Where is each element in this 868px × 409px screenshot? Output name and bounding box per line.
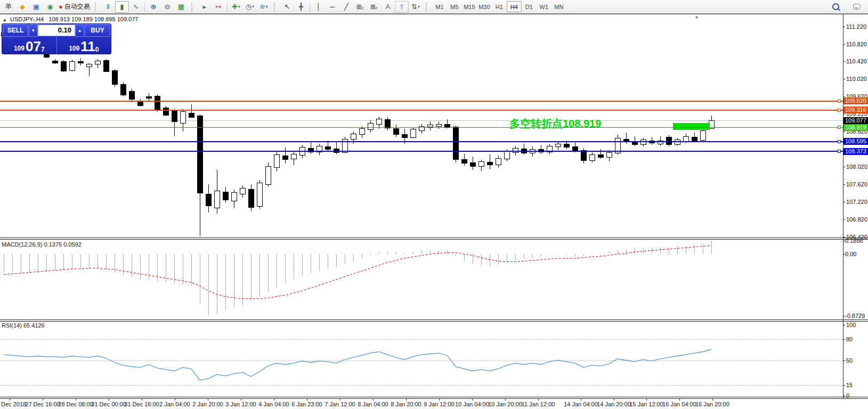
macd-histogram-bar <box>268 254 269 292</box>
timeframe-button-M1[interactable]: M1 <box>432 1 447 12</box>
vertical-line-tool-button[interactable]: │ <box>312 1 326 13</box>
volume-input[interactable]: 0.10 <box>38 24 75 36</box>
chart-header: ▲ USDJPY-,H4 108.913 109.189 108.895 109… <box>3 16 138 22</box>
macd-histogram-bar <box>694 245 695 254</box>
macd-histogram-bar <box>234 254 234 308</box>
macd-histogram-bar <box>396 252 396 254</box>
macd-histogram-bar <box>532 254 533 258</box>
macd-histogram-bar <box>89 254 90 269</box>
horizontal-line-109.316 <box>0 110 843 111</box>
arrow-objects-button[interactable]: ⇅▾ <box>409 1 423 13</box>
macd-histogram-bar <box>115 254 115 273</box>
new-order-button[interactable]: 单 <box>2 1 15 13</box>
candle-body <box>282 156 288 160</box>
green-zone-rectangle[interactable] <box>673 123 710 130</box>
macd-histogram-bar <box>200 254 200 304</box>
candle-body <box>496 158 501 166</box>
macd-histogram-bar <box>251 254 252 301</box>
price-line-label-108.919: 108.919 <box>843 124 868 131</box>
timeframe-button-M15[interactable]: M15 <box>462 1 477 12</box>
chart-shift-marker-icon[interactable]: ▼ <box>694 15 699 20</box>
bar-chart-button[interactable]: ‖ <box>101 1 115 13</box>
line-chart-button[interactable]: ∿ <box>129 1 143 13</box>
macd-histogram-bar <box>98 254 98 268</box>
timeframe-button-W1[interactable]: W1 <box>537 1 551 12</box>
candle-body <box>470 162 476 167</box>
price-tick-mark <box>843 79 845 79</box>
text-tool-button[interactable]: A <box>381 1 395 13</box>
ingot-icon[interactable]: ◆ <box>15 1 29 13</box>
volume-increase-button[interactable]: ▲ <box>75 24 84 37</box>
price-tick-label: 110.020 <box>846 76 867 82</box>
macd-histogram-bar <box>123 254 124 275</box>
pane-splitter-main-macd[interactable] <box>0 238 868 240</box>
pane-splitter-rsi-timeaxis[interactable] <box>0 397 868 399</box>
macd-histogram-bar <box>439 250 439 254</box>
macd-histogram-bar <box>191 254 192 286</box>
macd-histogram-bar <box>362 254 362 258</box>
time-tick-mark <box>439 399 440 400</box>
candlestick-chart-button[interactable]: ▮ <box>115 1 129 13</box>
timeframe-button-M30[interactable]: M30 <box>477 1 492 12</box>
crosshair-tool-button[interactable]: ╋ <box>294 1 308 13</box>
macd-histogram-bar <box>217 254 217 314</box>
candle-body <box>402 134 408 138</box>
time-tick-mark <box>208 399 208 400</box>
timeframe-button-D1[interactable]: D1 <box>522 1 537 12</box>
sell-button[interactable]: SELL <box>3 24 28 37</box>
macd-histogram-bar <box>558 254 558 255</box>
time-tick-mark <box>712 399 713 400</box>
sell-price[interactable]: 109077 <box>2 37 57 54</box>
price-tick-label: 107.620 <box>846 181 867 187</box>
add-indicator-button[interactable]: ✚▾ <box>229 1 243 13</box>
candle-body <box>461 159 467 164</box>
macd-histogram-bar <box>387 251 388 254</box>
chart-shift-button[interactable]: ↦ <box>212 1 225 13</box>
timeframe-button-M5[interactable]: M5 <box>447 1 462 12</box>
autotrade-button[interactable]: ● 自动交易 <box>57 1 92 13</box>
macd-signal-line <box>4 246 711 299</box>
search-icon[interactable] <box>829 1 842 13</box>
terminal-window-icon[interactable]: ▣ <box>29 1 43 13</box>
trendline-tool-button[interactable]: ╱ <box>339 1 353 13</box>
template-button[interactable]: ≋▾ <box>257 1 271 13</box>
volume-decrease-button[interactable]: ▼ <box>29 24 38 37</box>
rsi-tick-mark <box>843 361 845 361</box>
macd-histogram-bar <box>592 254 593 255</box>
collapse-panel-icon[interactable]: ▲ <box>3 18 7 22</box>
periods-button[interactable]: ◷▾ <box>243 1 257 13</box>
macd-histogram-bar <box>225 254 226 310</box>
macd-histogram-bar <box>242 254 243 305</box>
zoom-out-button[interactable]: ⊖ <box>160 1 174 13</box>
fibonacci-tool-button[interactable]: ≣F <box>367 1 381 13</box>
zoom-in-button[interactable]: ⊕ <box>147 1 160 13</box>
timeframe-button-MN[interactable]: MN <box>551 1 566 12</box>
buy-button[interactable]: BUY <box>85 24 110 37</box>
toolbar-group-chart-type: ‖ ▮ ∿ ⊕ ⊖ ▦ <box>100 0 190 13</box>
timeframe-button-H1[interactable]: H1 <box>492 1 507 12</box>
cursor-tool-button[interactable]: ↖ <box>280 1 294 13</box>
line-handle <box>838 126 841 129</box>
auto-scroll-button[interactable]: ▸ <box>198 1 212 13</box>
pane-splitter-macd-rsi[interactable] <box>0 320 868 322</box>
channel-tool-button[interactable]: ≣E <box>353 1 367 13</box>
tile-windows-button[interactable]: ▦ <box>174 1 188 13</box>
macd-histogram-bar <box>46 254 47 272</box>
macd-histogram-bar <box>319 254 320 271</box>
turning-point-annotation[interactable]: 多空转折点108.919 <box>509 117 601 131</box>
text-label-tool-button[interactable]: T <box>395 1 409 13</box>
chat-icon[interactable] <box>850 1 864 13</box>
time-tick-mark <box>505 399 506 400</box>
horizontal-line-tool-button[interactable]: ─ <box>326 1 339 13</box>
time-tick-mark <box>76 399 76 400</box>
timeframe-button-H4[interactable]: H4 <box>507 1 522 12</box>
macd-histogram-bar <box>626 249 627 254</box>
macd-histogram-bar <box>311 254 311 273</box>
macd-histogram-bar <box>149 254 149 280</box>
buy-price[interactable]: 109110 <box>57 37 111 54</box>
time-tick-mark <box>406 399 407 400</box>
macd-histogram-bar <box>686 246 686 254</box>
macd-histogram-bar <box>464 254 465 261</box>
signal-icon[interactable]: ◉ <box>43 1 57 13</box>
macd-histogram-bar <box>601 253 601 254</box>
